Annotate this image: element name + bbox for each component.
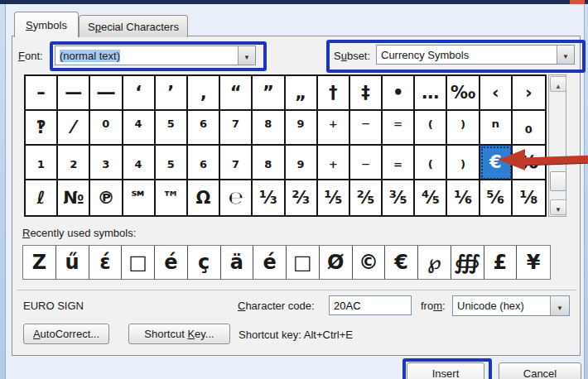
symbol-cell[interactable]: ™ <box>156 180 188 215</box>
symbol-cell[interactable]: ‚ <box>188 76 220 111</box>
symbol-cell[interactable]: ⁼ <box>383 111 415 146</box>
symbol-cell[interactable]: – <box>26 76 58 111</box>
scroll-up-button[interactable] <box>550 76 566 92</box>
symbol-cell[interactable]: ℠ <box>123 180 156 215</box>
recent-symbol-cell[interactable]: ℘ <box>418 246 451 279</box>
symbol-cell[interactable]: ⅕ <box>318 180 350 215</box>
tab-special-characters[interactable]: Special Characters <box>79 15 188 37</box>
cancel-button[interactable]: Cancel <box>499 362 581 379</box>
recent-symbol-cell[interactable]: £ <box>484 246 518 279</box>
scrollbar-thumb[interactable] <box>550 171 566 191</box>
symbol-cell[interactable]: ⁽ <box>415 111 447 146</box>
from-dropdown-button[interactable] <box>550 296 569 315</box>
font-dropdown-button[interactable] <box>238 46 255 65</box>
symbol-cell[interactable]: ⁶ <box>188 111 220 146</box>
symbol-cell[interactable]: ⁸ <box>253 111 285 146</box>
symbol-cell[interactable]: ‽ <box>26 111 58 146</box>
symbol-cell[interactable]: ₂ <box>58 146 90 180</box>
symbol-cell[interactable]: ₊ <box>318 146 350 180</box>
recent-symbol-cell[interactable]: © <box>353 246 386 279</box>
symbol-cell[interactable]: ⁰ <box>90 111 123 146</box>
symbol-cell[interactable]: ₀ <box>513 111 545 146</box>
symbol-cell[interactable]: ⁵ <box>156 111 188 146</box>
autocorrect-button[interactable]: AutoCorrect... <box>23 324 109 344</box>
symbol-cell[interactable]: ⅘ <box>415 180 447 215</box>
symbol-cell[interactable]: ‹ <box>480 76 513 111</box>
symbol-cell[interactable]: ⁾ <box>447 111 480 146</box>
font-label: Font: <box>18 50 43 62</box>
symbol-cell[interactable]: № <box>58 180 90 215</box>
symbol-cell[interactable]: ⅔ <box>286 180 318 215</box>
symbol-cell[interactable]: ₇ <box>220 146 253 180</box>
autocorrect-button-label: AutoCorrect... <box>33 328 99 340</box>
symbol-cell[interactable]: ‡ <box>350 76 383 111</box>
symbol-cell[interactable]: ₅ <box>156 146 188 180</box>
symbol-cell[interactable]: ⅚ <box>480 180 513 215</box>
recent-symbol-cell[interactable]: έ <box>89 246 123 279</box>
shortcut-key-button[interactable]: Shortcut Key... <box>128 324 230 344</box>
symbol-cell[interactable]: ₄ <box>123 146 156 180</box>
recent-symbol-cell[interactable]: Z <box>23 246 56 279</box>
symbol-cell[interactable]: „ <box>286 76 318 111</box>
insert-button[interactable]: Insert <box>407 362 484 379</box>
font-combobox[interactable]: (normal text) <box>55 46 256 65</box>
symbol-cell[interactable]: ₉ <box>286 146 318 180</box>
chevron-down-icon <box>557 299 563 314</box>
symbol-cell[interactable]: ℮ <box>220 180 253 215</box>
symbol-cell[interactable]: ⁺ <box>318 111 350 146</box>
character-code-input[interactable] <box>329 295 412 315</box>
symbol-cell[interactable]: ⁹ <box>286 111 318 146</box>
recent-symbol-cell[interactable]: ∰ <box>451 246 484 279</box>
symbol-cell[interactable]: › <box>513 76 545 111</box>
recent-symbol-cell[interactable]: □ <box>287 246 320 279</box>
symbol-cell[interactable]: ‘ <box>123 76 156 111</box>
symbol-cell[interactable]: ₁ <box>26 146 58 180</box>
recent-symbol-cell[interactable]: € <box>385 246 418 279</box>
recent-symbol-cell[interactable]: □ <box>122 246 155 279</box>
recent-symbol-cell[interactable]: ä <box>221 246 254 279</box>
symbol-cell[interactable]: Ω <box>188 180 220 215</box>
symbol-cell[interactable]: • <box>383 76 415 111</box>
recent-symbol-cell[interactable]: ű <box>56 246 89 279</box>
symbol-cell[interactable]: ⁴ <box>123 111 156 146</box>
symbol-cell[interactable]: ₈ <box>253 146 285 180</box>
symbol-cell[interactable]: ℗ <box>90 180 123 215</box>
symbol-cell[interactable]: ₎ <box>447 146 480 180</box>
symbol-cell[interactable]: — <box>58 76 90 111</box>
from-combobox[interactable]: Unicode (hex) <box>452 295 570 316</box>
symbol-cell[interactable]: ‰ <box>447 76 480 111</box>
symbol-cell[interactable]: ” <box>253 76 285 111</box>
symbol-cell[interactable]: ― <box>90 76 123 111</box>
symbol-cell[interactable]: ’ <box>156 76 188 111</box>
symbol-grid-scrollbar[interactable] <box>548 74 566 217</box>
recent-symbol-cell[interactable]: Ø <box>320 246 353 279</box>
symbol-cell[interactable]: ℓ <box>26 180 58 215</box>
symbol-cell[interactable]: ₃ <box>90 146 123 180</box>
symbol-cell[interactable]: ₋ <box>350 146 383 180</box>
symbol-cell[interactable]: ₌ <box>383 146 415 180</box>
symbol-cell[interactable]: ⁿ <box>480 111 513 146</box>
recent-symbol-cell[interactable]: ç <box>188 246 221 279</box>
recent-symbol-cell[interactable]: é <box>155 246 188 279</box>
symbol-cell[interactable]: ⁷ <box>220 111 253 146</box>
symbol-cell[interactable]: ⅛ <box>513 180 545 215</box>
symbol-cell[interactable]: † <box>318 76 350 111</box>
symbol-cell[interactable]: ₍ <box>415 146 447 180</box>
recent-symbol-cell[interactable]: é <box>253 246 287 279</box>
symbol-cell[interactable]: ⅙ <box>447 180 480 215</box>
subset-dropdown-button[interactable] <box>557 46 574 64</box>
symbol-cell[interactable]: “ <box>220 76 253 111</box>
symbol-cell[interactable]: ⅓ <box>253 180 285 215</box>
symbol-cell[interactable]: ⁻ <box>350 111 383 146</box>
recent-symbol-cell[interactable]: ¥ <box>517 246 550 279</box>
subset-combobox[interactable]: Currency Symbols <box>376 45 575 65</box>
scroll-down-button[interactable] <box>550 199 566 215</box>
symbol-cell[interactable]: ⅗ <box>383 180 415 215</box>
symbol-cell[interactable]: ⁄ <box>58 111 90 146</box>
symbol-cell[interactable]: … <box>415 76 447 111</box>
font-combobox-value: (normal text) <box>55 46 238 65</box>
symbol-cell[interactable]: ₆ <box>188 146 220 180</box>
tab-symbols[interactable]: Symbols <box>14 12 79 37</box>
symbol-cell[interactable]: ⅖ <box>350 180 383 215</box>
symbol-name-text: EURO SIGN <box>23 300 84 312</box>
